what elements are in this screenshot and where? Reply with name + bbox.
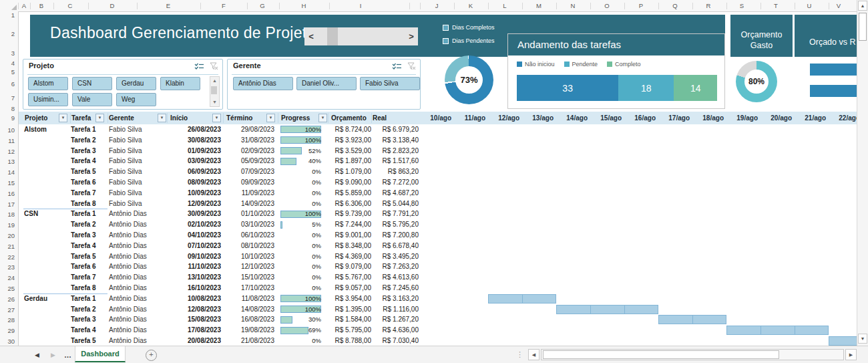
column-header-R[interactable]: R — [706, 0, 711, 11]
slicer-item-usimin-[interactable]: Usimin... — [28, 93, 68, 106]
column-header-F[interactable]: F — [222, 0, 226, 11]
column-header-O[interactable]: O — [604, 0, 609, 11]
row-header-16[interactable]: 16 — [7, 189, 15, 197]
row-header-26[interactable]: 26 — [7, 295, 15, 302]
horizontal-scrollbar[interactable] — [541, 349, 844, 360]
column-header-A[interactable]: A — [22, 0, 26, 11]
cell-gerente: Fabio Silva — [109, 188, 166, 199]
scroll-down-icon[interactable]: ▼ — [858, 334, 867, 344]
row-header-6[interactable]: 6 — [11, 80, 15, 88]
horizontal-scroll-thumb[interactable] — [543, 350, 779, 359]
row-header-15[interactable]: 15 — [7, 178, 15, 186]
select-all-corner-icon[interactable] — [11, 5, 17, 10]
column-header-S[interactable]: S — [740, 0, 744, 11]
row-header-7[interactable]: 7 — [11, 94, 15, 102]
row-header-13[interactable]: 13 — [7, 158, 15, 165]
row-header-12[interactable]: 12 — [7, 147, 15, 154]
row-header-25[interactable]: 25 — [7, 284, 15, 291]
banner-scroll-thumb[interactable] — [327, 27, 338, 45]
slicer-item-csn[interactable]: CSN — [72, 77, 112, 90]
sheet-nav-next-icon[interactable]: ▶ — [51, 346, 55, 363]
slicer-scrollbar[interactable]: ▲ ▼ — [210, 76, 220, 107]
column-header-V[interactable]: V — [837, 0, 841, 11]
hscroll-left-icon[interactable]: ◀ — [528, 349, 539, 360]
multiselect-icon[interactable] — [194, 63, 204, 70]
row-header-29[interactable]: 29 — [7, 327, 15, 334]
column-header-C[interactable]: C — [68, 0, 73, 11]
row-header-strip[interactable]: 1234567891011121314151617181920212223242… — [0, 11, 19, 346]
column-header-N[interactable]: N — [571, 0, 576, 11]
clear-filter-icon[interactable] — [210, 62, 218, 70]
column-header-D[interactable]: D — [110, 0, 115, 11]
row-header-23[interactable]: 23 — [7, 263, 15, 271]
row-header-20[interactable]: 20 — [7, 231, 15, 239]
row-header-19[interactable]: 19 — [7, 221, 15, 229]
vertical-scrollbar[interactable]: ▲ ▼ — [857, 0, 868, 346]
slicer-item-fabio-silva[interactable]: Fabio Silva — [360, 77, 420, 90]
row-header-22[interactable]: 22 — [7, 253, 15, 260]
row-header-11[interactable]: 11 — [8, 136, 15, 144]
row-header-14[interactable]: 14 — [7, 168, 15, 176]
column-header-I[interactable]: I — [360, 0, 362, 11]
column-header-M[interactable]: M — [536, 0, 541, 11]
banner-scroll-track[interactable] — [318, 27, 405, 45]
gantt-cell — [590, 306, 624, 314]
column-header-G[interactable]: G — [260, 0, 264, 11]
row-header-18[interactable]: 18 — [7, 211, 15, 218]
slicer-item-weg[interactable]: Weg — [116, 93, 156, 106]
filter-dropdown-icon[interactable]: ▼ — [266, 114, 275, 122]
banner-scroll-left-icon[interactable]: < — [304, 31, 318, 41]
slicer-scroll-up-icon[interactable]: ▲ — [210, 78, 219, 84]
row-header-1[interactable]: 1 — [11, 11, 15, 19]
banner-scrollbar[interactable]: < > — [304, 27, 418, 45]
column-header-L[interactable]: L — [503, 0, 506, 11]
multiselect-icon[interactable] — [392, 63, 402, 70]
column-header-strip[interactable]: ABCDEFGHIJKLMNOPQRSTUV — [0, 0, 868, 12]
row-header-3[interactable]: 3 — [11, 49, 15, 57]
row-header-4[interactable]: 4 — [11, 59, 15, 67]
row-header-27[interactable]: 27 — [7, 306, 15, 313]
slicer-item-gerdau[interactable]: Gerdau — [116, 77, 156, 90]
row-header-2[interactable]: 2 — [11, 30, 15, 37]
row-header-10[interactable]: 10 — [7, 126, 15, 133]
row-header-21[interactable]: 21 — [7, 242, 15, 249]
filter-dropdown-icon[interactable]: ▼ — [95, 114, 104, 122]
slicer-scroll-down-icon[interactable]: ▼ — [210, 99, 219, 106]
sheet-tab-dashboard[interactable]: Dashboard — [75, 346, 126, 362]
column-header-E[interactable]: E — [166, 0, 170, 11]
slicer-item-ant-nio-dias[interactable]: Antônio Dias — [233, 77, 293, 90]
slicer-scroll-thumb[interactable] — [211, 86, 217, 94]
sheet-nav-prev-icon[interactable]: ◀ — [35, 346, 39, 363]
row-header-5[interactable]: 5 — [11, 68, 15, 76]
slicer-item-klabin[interactable]: Klabin — [160, 77, 200, 90]
filter-dropdown-icon[interactable]: ▼ — [59, 114, 67, 122]
column-header-J[interactable]: J — [435, 0, 439, 11]
column-header-T[interactable]: T — [774, 0, 778, 11]
add-sheet-icon[interactable]: + — [146, 350, 157, 361]
banner-scroll-right-icon[interactable]: > — [405, 31, 418, 41]
filter-dropdown-icon[interactable]: ▼ — [318, 114, 327, 122]
hscroll-right-icon[interactable]: ▶ — [845, 349, 857, 360]
column-header-U[interactable]: U — [807, 0, 812, 11]
scroll-up-icon[interactable]: ▲ — [858, 1, 867, 11]
slicer-item-daniel-oliv-[interactable]: Daniel Oliv... — [296, 77, 357, 90]
clear-filter-icon[interactable] — [407, 62, 416, 70]
vertical-scroll-thumb[interactable] — [859, 13, 867, 41]
row-header-9[interactable]: 9 — [11, 114, 15, 122]
row-header-28[interactable]: 28 — [7, 316, 15, 324]
slicer-item-alstom[interactable]: Alstom — [28, 77, 68, 90]
row-header-24[interactable]: 24 — [7, 274, 15, 281]
column-header-K[interactable]: K — [469, 0, 473, 11]
column-header-B[interactable]: B — [39, 0, 43, 11]
slicer-item-vale[interactable]: Vale — [72, 93, 112, 106]
column-header-Q[interactable]: Q — [672, 0, 677, 11]
row-header-30[interactable]: 30 — [7, 337, 15, 344]
filter-dropdown-icon[interactable]: ▼ — [158, 114, 166, 122]
row-header-17[interactable]: 17 — [7, 200, 15, 207]
tabbar-resize-handle-icon[interactable]: ⋮ — [516, 348, 523, 360]
sheet-overflow-button[interactable]: … — [64, 346, 71, 363]
column-header-H[interactable]: H — [302, 0, 306, 11]
row-header-8[interactable]: 8 — [11, 105, 15, 112]
filter-dropdown-icon[interactable]: ▼ — [212, 114, 221, 122]
column-header-P[interactable]: P — [639, 0, 643, 11]
